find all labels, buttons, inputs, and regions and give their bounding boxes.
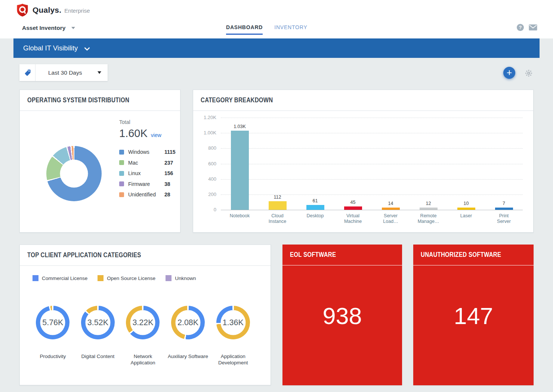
eol-software-card[interactable]: EOL SOFTWARE 938 <box>282 245 402 385</box>
eol-card-header: EOL SOFTWARE <box>282 245 402 265</box>
bar-cloud-instance[interactable] <box>269 201 287 210</box>
module-selector[interactable]: Asset Inventory <box>22 25 75 31</box>
legend-label: Firmware <box>128 181 164 187</box>
tag-filter-button[interactable] <box>19 64 35 81</box>
x-axis-label: Cloud Instance <box>259 213 296 224</box>
dashboard-title: Global IT Visibility <box>23 44 78 52</box>
category-card-header: CATEGORY BREAKDOWN <box>193 90 533 111</box>
legend-swatch-icon <box>119 160 124 165</box>
app-donut-chart[interactable]: 2.08K <box>171 306 205 339</box>
legend-swatch-icon <box>33 275 38 281</box>
bar-slot: 45 <box>334 118 372 210</box>
legend-label: Mac <box>128 160 164 166</box>
legend-item-unidentified: Unidentified28 <box>119 192 176 197</box>
app-donuts: 5.76KProductivity3.52KDigital Content3.2… <box>30 306 256 366</box>
bar-slot: 7 <box>485 118 523 210</box>
legend-label: Unidentified <box>128 192 164 197</box>
category-bars: 1.03K11261451412107 <box>221 118 523 210</box>
unauthorized-card-header: UNAUTHORIZED SOFTWARE <box>413 245 534 265</box>
unauthorized-count: 147 <box>413 304 534 328</box>
tab-dashboard[interactable]: DASHBOARD <box>226 24 263 35</box>
legend-label: Open Source License <box>107 276 155 281</box>
bar-slot: 12 <box>410 118 447 210</box>
legend-value: 38 <box>164 181 170 187</box>
app-donut-chart[interactable]: 5.76K <box>36 306 69 339</box>
app-category-item: 3.52KDigital Content <box>75 306 121 366</box>
bar-value-label: 112 <box>274 195 281 200</box>
date-range-dropdown[interactable]: Last 30 Days <box>35 64 108 81</box>
unauthorized-software-card[interactable]: UNAUTHORIZED SOFTWARE 147 <box>413 245 534 385</box>
settings-gear-icon[interactable] <box>525 69 533 79</box>
x-axis-label: Virtual Machine <box>334 213 372 224</box>
app-donut-chart[interactable]: 1.36K <box>216 306 250 339</box>
bar-slot: 61 <box>296 118 334 210</box>
legend-swatch-icon <box>119 150 124 155</box>
legend-item-unknown: Unknown <box>166 275 196 281</box>
app-donut-value: 3.22K <box>130 310 155 335</box>
bar-server-load…[interactable] <box>382 208 400 210</box>
app-donut-value: 5.76K <box>40 310 65 335</box>
eol-card-title: EOL SOFTWARE <box>290 251 336 259</box>
legend-item-open-source-license: Open Source License <box>98 275 155 281</box>
app-donut-chart[interactable]: 3.22K <box>126 306 160 339</box>
qualys-dashboard: Qualys. Enterprise Asset Inventory DASHB… <box>0 0 553 392</box>
add-widget-button[interactable]: + <box>503 67 515 79</box>
legend-item-firmware: Firmware38 <box>119 181 176 187</box>
legend-swatch-icon <box>98 275 104 281</box>
bar-value-label: 61 <box>313 198 318 203</box>
bar-value-label: 45 <box>350 200 356 205</box>
category-breakdown-card: CATEGORY BREAKDOWN 02004006008001.00K1.2… <box>193 90 534 233</box>
os-distribution-card: OPERATING SYSTEM DISTRIBUTION Total 1.60… <box>19 90 180 233</box>
bar-laser[interactable] <box>457 208 475 210</box>
legend-item-windows: Windows1115 <box>119 149 176 155</box>
bar-notebook[interactable] <box>231 131 249 210</box>
x-axis-label: Server Load… <box>372 213 410 224</box>
category-card-title: CATEGORY BREAKDOWN <box>201 96 273 104</box>
brand-name: Qualys. <box>33 6 61 15</box>
os-view-link[interactable]: view <box>151 132 161 138</box>
top-client-app-categories-card: TOP CLIENT APPLICATION CATEGORIES Commer… <box>19 245 271 385</box>
os-legend: Windows1115Mac237Linux156Firmware38Unide… <box>119 149 176 197</box>
app-donut-value: 2.08K <box>176 310 201 335</box>
app-category-item: 3.22KNetwork Application <box>120 306 166 366</box>
x-axis-label: Laser <box>447 213 485 224</box>
app-donut-chart[interactable]: 3.52K <box>81 306 115 339</box>
x-axis-label: Print Server <box>485 213 523 224</box>
os-summary: Total 1.60K view Windows1115Mac237Linux1… <box>119 119 176 197</box>
category-x-axis-labels: NotebookCloud InstanceDesktopVirtual Mac… <box>221 213 523 224</box>
app-donut-value: 3.52K <box>85 310 110 335</box>
bar-virtual-machine[interactable] <box>344 206 362 210</box>
mail-icon[interactable] <box>529 24 537 31</box>
app-category-label: Application Development <box>218 353 248 366</box>
tab-inventory[interactable]: INVENTORY <box>274 24 307 35</box>
unauthorized-card-title: UNAUTHORIZED SOFTWARE <box>421 251 501 259</box>
os-donut-chart[interactable] <box>46 146 102 201</box>
category-y-axis: 02004006008001.00K1.20K <box>193 118 216 210</box>
bar-slot: 10 <box>447 118 485 210</box>
os-total-label: Total <box>119 119 176 125</box>
os-card-title: OPERATING SYSTEM DISTRIBUTION <box>27 96 129 104</box>
bar-slot: 14 <box>372 118 410 210</box>
bar-remote-manage…[interactable] <box>420 208 438 210</box>
bar-desktop[interactable] <box>306 205 324 210</box>
os-donut-hole <box>60 160 88 188</box>
y-axis-tick: 1.20K <box>193 115 216 120</box>
legend-swatch-icon <box>119 192 124 197</box>
legend-label: Linux <box>128 170 164 176</box>
x-axis-baseline <box>221 210 523 210</box>
y-axis-tick: 0 <box>193 207 216 212</box>
eol-count: 938 <box>282 304 402 328</box>
legend-value: 237 <box>164 160 173 166</box>
os-total-value: 1.60K <box>119 127 148 140</box>
legend-label: Windows <box>128 149 164 155</box>
bar-print-server[interactable] <box>495 208 513 210</box>
main-tabs: DASHBOARD INVENTORY <box>226 24 308 35</box>
dashboard-selector-banner[interactable]: Global IT Visibility <box>13 38 540 58</box>
bar-slot: 1.03K <box>221 118 259 210</box>
app-category-label: Auxiliary Software <box>168 353 208 360</box>
help-icon[interactable]: ? <box>517 24 524 31</box>
legend-label: Commercial License <box>42 276 87 281</box>
os-card-header: OPERATING SYSTEM DISTRIBUTION <box>20 90 180 111</box>
qualys-logo-icon <box>16 3 28 17</box>
app-category-label: Network Application <box>130 353 155 366</box>
